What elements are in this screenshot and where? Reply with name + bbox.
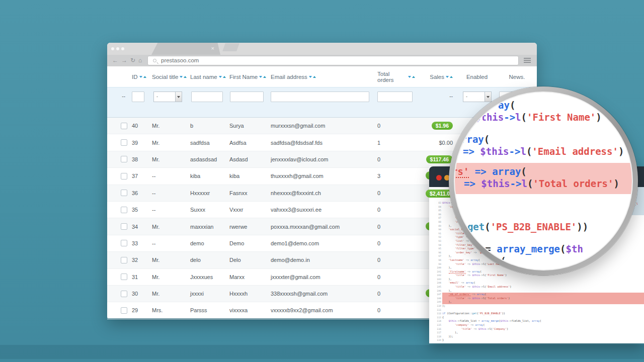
row-checkbox[interactable] — [121, 307, 127, 314]
close-dot-icon[interactable] — [436, 175, 442, 180]
column-header[interactable]: Email address — [268, 74, 375, 80]
cell: kiba — [188, 173, 227, 179]
cell — [107, 173, 129, 179]
cell: 338xxxxsh@gmail.com — [268, 291, 375, 297]
cell: demo1@demo.com — [268, 240, 375, 246]
cell: Hxxxxxr — [188, 190, 227, 196]
magnified-code-line: => $this->l('Email address') — [463, 146, 624, 157]
table-header-row: IDSocial titleLast nameFirst NameEmail a… — [107, 66, 537, 87]
window-dot-icon[interactable] — [116, 47, 119, 50]
cell: -- — [149, 173, 188, 179]
filter-input[interactable] — [191, 92, 223, 102]
cell: Delo — [227, 257, 268, 263]
cell: -- — [149, 207, 188, 213]
reload-icon[interactable]: ↻ — [130, 56, 135, 64]
row-checkbox[interactable] — [121, 291, 127, 297]
cell: 36 — [129, 190, 149, 196]
row-checkbox[interactable] — [121, 173, 127, 179]
filter-input[interactable] — [132, 92, 144, 102]
cell — [107, 223, 129, 230]
row-checkbox[interactable] — [121, 274, 127, 280]
row-checkbox[interactable] — [121, 223, 127, 230]
cell: asdasdsad — [188, 156, 227, 162]
column-header[interactable]: Last name — [188, 74, 227, 80]
filter-select[interactable]: - — [153, 92, 182, 102]
cell: 0 — [375, 224, 415, 230]
browser-toolbar: ← → ↻ ⌂ prestasoo.com — [107, 55, 537, 66]
cell — [107, 240, 129, 246]
cell: nhexxxx@fixxxint.ch — [268, 190, 375, 196]
cell: vixxxxa — [227, 307, 268, 313]
home-icon[interactable]: ⌂ — [138, 56, 142, 64]
cell: jxxxxi — [188, 291, 227, 297]
cell: maxxxian — [188, 224, 227, 230]
cell: Asdasd — [227, 156, 268, 162]
row-checkbox[interactable] — [121, 207, 127, 213]
magnified-code-line: st = array_merge($th — [468, 243, 583, 254]
column-header[interactable]: First Name — [227, 74, 268, 80]
cell: 30 — [129, 291, 149, 297]
cell: $0.00 — [415, 140, 457, 146]
cell: Mrs. — [149, 307, 188, 313]
dropdown-arrow-icon[interactable] — [175, 92, 182, 102]
line-numbers: 8384858687888990919293949596979899100101… — [429, 201, 441, 342]
cell: 34 — [129, 224, 149, 230]
filter-input[interactable] — [230, 92, 264, 102]
row-checkbox[interactable] — [121, 139, 127, 146]
cell: 1 — [375, 140, 415, 146]
filter-select[interactable]: - — [463, 92, 492, 102]
column-header[interactable]: Social title — [149, 74, 188, 80]
cell: 29 — [129, 307, 149, 313]
row-checkbox[interactable] — [121, 123, 127, 129]
back-icon[interactable]: ← — [112, 56, 118, 64]
window-dot-icon[interactable] — [121, 47, 124, 50]
cell: Mr. — [149, 123, 188, 129]
cell: 40 — [129, 123, 149, 129]
dropdown-arrow-icon[interactable] — [485, 92, 491, 102]
magnified-code-line: ::get('PS_B2B_ENABLE')) — [456, 221, 588, 232]
magnified-code-line: rs' => array( — [454, 166, 527, 177]
column-header: Enabled — [457, 74, 497, 80]
cell: Mr. — [149, 140, 188, 146]
new-tab-button[interactable] — [222, 43, 239, 51]
forward-icon[interactable]: → — [121, 56, 127, 64]
cell: delo — [188, 257, 227, 263]
cell: Hxxxxh — [227, 291, 268, 297]
column-header[interactable]: ID — [129, 74, 149, 80]
cell: 39 — [129, 140, 149, 146]
cell — [107, 291, 129, 297]
cell: 0 — [375, 123, 415, 129]
browser-tab[interactable]: × — [151, 43, 220, 55]
row-checkbox[interactable] — [121, 240, 127, 246]
filter-input[interactable] — [377, 92, 413, 102]
cell: -- — [149, 240, 188, 246]
filter-input[interactable] — [271, 92, 369, 102]
column-header[interactable]: Sales — [415, 74, 457, 80]
magnified-code-line: => $this->l('Total orders') — [464, 178, 619, 189]
browser-titlebar: × — [107, 43, 537, 55]
cell: 0 — [375, 307, 415, 313]
row-checkbox[interactable] — [121, 156, 127, 162]
cell: Marxx — [227, 274, 268, 280]
cell: Mr. — [149, 257, 188, 263]
column-header[interactable]: Total orders — [375, 71, 415, 83]
cell: murxxxsn@gmail.com — [268, 123, 375, 129]
table-filter-row: ------ — [107, 87, 537, 118]
filter-cell — [227, 87, 268, 117]
cell: 32 — [129, 257, 149, 263]
sales-badge: $1.96 — [432, 122, 453, 130]
cell — [107, 123, 129, 129]
cell: Suxxx — [188, 207, 227, 213]
url-text: prestasoo.com — [161, 57, 199, 63]
tab-close-icon[interactable]: × — [211, 45, 214, 52]
window-dot-icon[interactable] — [111, 47, 114, 50]
filter-cell — [129, 87, 149, 117]
menu-icon[interactable] — [524, 58, 531, 64]
row-checkbox[interactable] — [121, 190, 127, 196]
cell: 0 — [375, 257, 415, 263]
cell: vxxxxxb9xx2@gmail.com — [268, 307, 375, 313]
cell: 38 — [129, 156, 149, 162]
row-checkbox[interactable] — [121, 257, 127, 263]
cell: Asdfsa — [227, 140, 268, 146]
address-bar[interactable]: prestasoo.com — [147, 56, 519, 65]
